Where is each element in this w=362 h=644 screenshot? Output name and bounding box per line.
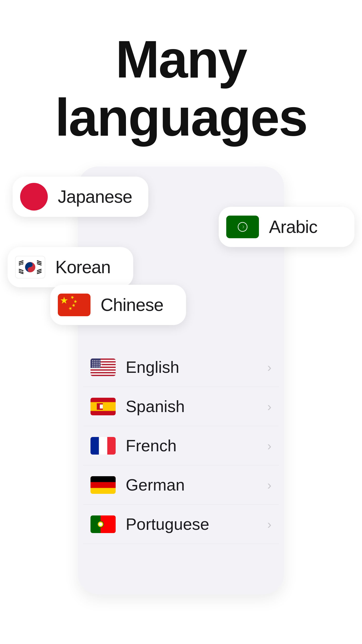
svg-rect-6: [90, 373, 116, 375]
svg-rect-15: [100, 403, 103, 405]
chevron-french: ›: [267, 438, 272, 453]
card-arabic[interactable]: ☽ Arabic: [219, 207, 354, 247]
card-japanese[interactable]: Japanese: [13, 177, 148, 217]
card-label-japanese: Japanese: [58, 187, 132, 207]
phone-area: ★★★★★★ ★★★★★ ★★★★★★ ★★★★★ English ›: [0, 162, 362, 644]
flag-arabic-icon: ☽: [226, 216, 259, 238]
list-item-spanish[interactable]: Spanish ›: [83, 387, 279, 426]
flag-portuguese: [90, 515, 116, 533]
svg-text:★★★★★: ★★★★★: [92, 366, 101, 368]
flag-french: [90, 437, 116, 455]
chevron-german: ›: [267, 478, 272, 492]
svg-rect-14: [97, 403, 100, 410]
flag-german: [90, 476, 116, 494]
flag-korean-icon: [15, 256, 45, 278]
svg-rect-4: [90, 368, 116, 369]
page-container: Many languages: [0, 0, 362, 644]
card-label-chinese: Chinese: [101, 295, 163, 315]
chevron-spanish: ›: [267, 399, 272, 414]
card-label-korean: Korean: [55, 257, 111, 277]
chevron-portuguese: ›: [267, 517, 272, 532]
flag-english: ★★★★★★ ★★★★★ ★★★★★★ ★★★★★: [90, 358, 116, 376]
flag-chinese-icon: ★ ★ ★ ★ ★: [58, 294, 90, 316]
flag-spanish: [90, 398, 116, 415]
list-label-portuguese: Portuguese: [126, 515, 257, 534]
svg-rect-23: [90, 476, 116, 482]
card-chinese[interactable]: ★ ★ ★ ★ ★ Chinese: [50, 285, 186, 325]
card-korean[interactable]: Korean: [8, 247, 133, 287]
svg-rect-13: [90, 402, 116, 411]
language-list: ★★★★★★ ★★★★★ ★★★★★★ ★★★★★ English ›: [83, 348, 279, 544]
svg-rect-20: [90, 437, 99, 455]
title-line1: Many: [116, 30, 247, 89]
chevron-english: ›: [267, 360, 272, 375]
title-line2: languages: [55, 88, 307, 147]
list-item-portuguese[interactable]: Portuguese ›: [83, 505, 279, 544]
title-section: Many languages: [0, 0, 362, 162]
svg-rect-17: [100, 405, 103, 409]
list-label-english: English: [126, 358, 257, 377]
list-label-spanish: Spanish: [126, 397, 257, 416]
list-label-german: German: [126, 475, 257, 494]
svg-rect-16: [100, 409, 103, 410]
list-item-french[interactable]: French ›: [83, 426, 279, 465]
svg-rect-5: [90, 371, 116, 372]
list-item-german[interactable]: German ›: [83, 465, 279, 505]
list-item-english[interactable]: ★★★★★★ ★★★★★ ★★★★★★ ★★★★★ English ›: [83, 348, 279, 387]
flag-japanese-icon: [20, 183, 48, 211]
main-title: Many languages: [20, 30, 342, 146]
svg-point-27: [99, 522, 102, 526]
svg-text:☽: ☽: [241, 225, 244, 229]
list-label-french: French: [126, 436, 257, 455]
card-label-arabic: Arabic: [269, 217, 317, 237]
